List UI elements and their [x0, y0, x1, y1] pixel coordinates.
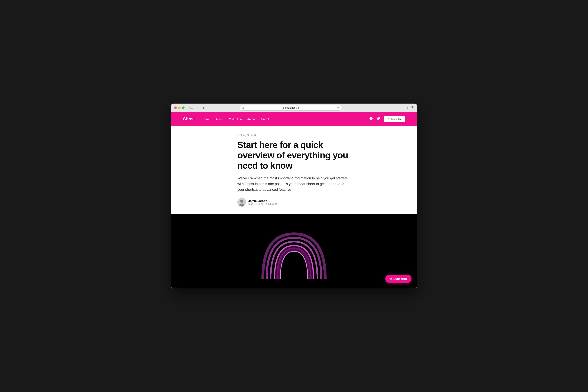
- portal-icon: ⊙: [389, 277, 392, 281]
- download-icon[interactable]: ⬇: [406, 106, 408, 110]
- address-bar[interactable]: 🔒 demo.ghost.io ↺: [240, 105, 341, 110]
- article-area: Getting Started Start here for a quick o…: [171, 126, 417, 288]
- browser-window: ‹ › 🔒 demo.ghost.io ↺ ⬇ Ghost Home: [171, 104, 417, 288]
- author-meta: Mar 18, 2021 · 2 min read: [248, 202, 277, 205]
- author-row: Jamie Larson Mar 18, 2021 · 2 min read: [237, 198, 351, 206]
- author-avatar: [237, 198, 246, 206]
- nav-right-area: Subscribe: [369, 116, 405, 122]
- forward-button[interactable]: ›: [201, 105, 206, 110]
- article-inner: Getting Started Start here for a quick o…: [226, 134, 362, 206]
- svg-rect-2: [191, 108, 193, 108]
- svg-rect-1: [191, 107, 193, 107]
- lock-icon: 🔒: [242, 106, 245, 109]
- twitter-icon[interactable]: [376, 116, 380, 122]
- article-category: Getting Started: [237, 134, 351, 137]
- nav-links: Home About Collection Author Portal: [203, 118, 369, 121]
- nav-portal[interactable]: Portal: [261, 118, 269, 121]
- browser-titlebar: ‹ › 🔒 demo.ghost.io ↺ ⬇: [171, 104, 417, 112]
- author-info: Jamie Larson Mar 18, 2021 · 2 min read: [248, 199, 277, 205]
- svg-marker-5: [411, 106, 413, 107]
- nav-home[interactable]: Home: [203, 118, 210, 121]
- browser-controls: ‹ ›: [189, 105, 206, 110]
- floating-subscribe-button[interactable]: ⊙ Subscribe: [385, 274, 411, 283]
- hero-image: ⊙ Subscribe: [171, 214, 417, 288]
- share-icon[interactable]: [411, 106, 414, 110]
- svg-point-8: [240, 200, 243, 203]
- svg-rect-0: [189, 106, 191, 109]
- url-text: demo.ghost.io: [246, 106, 336, 109]
- traffic-lights: [174, 106, 185, 109]
- nav-author[interactable]: Author: [247, 118, 256, 121]
- nav-collection[interactable]: Collection: [229, 118, 242, 121]
- article-excerpt: We've crammed the most important informa…: [237, 176, 351, 192]
- nav-about[interactable]: About: [216, 118, 223, 121]
- article-title: Start here for a quick overview of every…: [237, 140, 351, 171]
- site-navigation: Ghost Home About Collection Author Porta…: [171, 112, 417, 126]
- floating-subscribe-label: Subscribe: [393, 277, 407, 280]
- back-button[interactable]: ‹: [195, 105, 200, 110]
- nav-subscribe-button[interactable]: Subscribe: [384, 116, 405, 122]
- close-button[interactable]: [174, 106, 177, 109]
- svg-rect-3: [191, 108, 193, 109]
- sidebar-toggle-icon[interactable]: [189, 106, 194, 110]
- facebook-icon[interactable]: [369, 116, 373, 122]
- site-logo[interactable]: Ghost: [183, 116, 195, 122]
- minimize-button[interactable]: [178, 106, 181, 109]
- maximize-button[interactable]: [182, 106, 185, 109]
- browser-right-controls: ⬇: [406, 106, 414, 110]
- reload-icon[interactable]: ↺: [337, 106, 339, 109]
- arch-graphic: [257, 224, 331, 279]
- website-content: Ghost Home About Collection Author Porta…: [171, 112, 417, 288]
- author-name[interactable]: Jamie Larson: [248, 199, 277, 202]
